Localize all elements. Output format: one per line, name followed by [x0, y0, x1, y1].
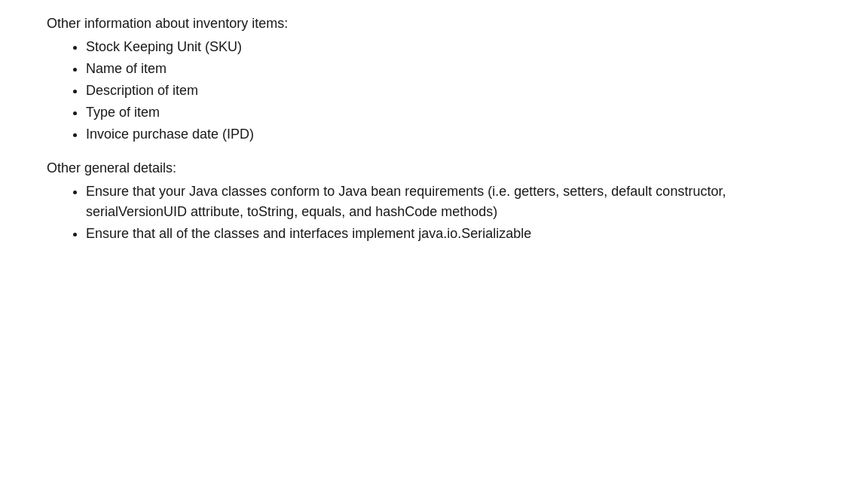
list-item: Name of item	[86, 59, 821, 79]
general-details-section: Other general details: Ensure that your …	[47, 158, 821, 244]
list-item: Description of item	[86, 81, 821, 101]
list-item: Ensure that all of the classes and inter…	[86, 224, 821, 244]
general-details-heading: Other general details:	[47, 158, 821, 178]
main-content: Other information about inventory items:…	[0, 0, 868, 273]
list-item: Stock Keeping Unit (SKU)	[86, 37, 821, 57]
inventory-section: Other information about inventory items:…	[47, 14, 821, 145]
list-item: Ensure that your Java classes conform to…	[86, 181, 821, 222]
general-details-list: Ensure that your Java classes conform to…	[47, 181, 821, 244]
list-item: Type of item	[86, 102, 821, 123]
list-item: Invoice purchase date (IPD)	[86, 124, 821, 145]
inventory-list: Stock Keeping Unit (SKU) Name of item De…	[47, 37, 821, 145]
inventory-section-heading: Other information about inventory items:	[47, 14, 821, 34]
